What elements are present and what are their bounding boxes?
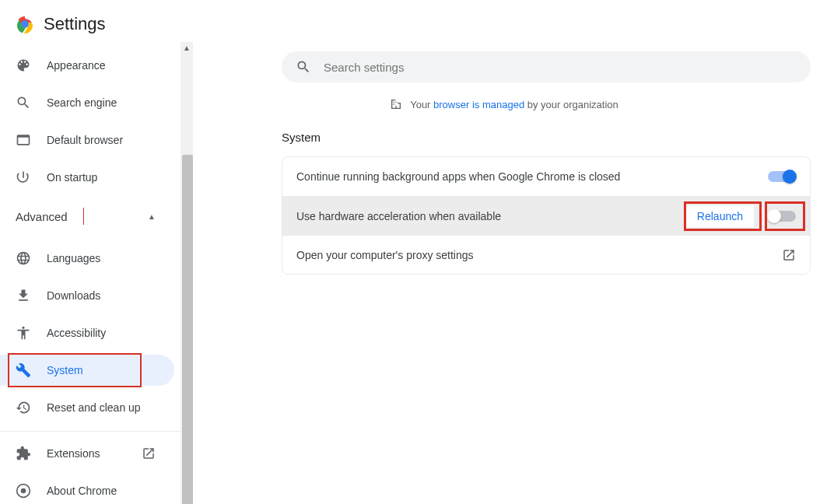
sidebar-item-search-engine[interactable]: Search engine (0, 87, 193, 118)
extension-icon (16, 446, 31, 461)
sidebar-item-system[interactable]: System (0, 355, 174, 386)
accessibility-icon (16, 325, 31, 341)
managed-notice: Your browser is managed by your organiza… (193, 98, 815, 110)
row-proxy-settings[interactable]: Open your computer's proxy settings (282, 235, 810, 274)
sidebar-item-on-startup[interactable]: On startup (0, 162, 193, 193)
row-label: Open your computer's proxy settings (296, 249, 782, 261)
sidebar-item-label: Downloads (47, 289, 177, 302)
row-label: Continue running background apps when Go… (296, 170, 768, 183)
search-icon (296, 59, 311, 75)
globe-icon (16, 250, 31, 266)
browser-icon (16, 132, 31, 148)
row-label: Use hardware acceleration when available (296, 210, 686, 222)
divider (0, 431, 180, 432)
scroll-down-icon[interactable]: ▼ (180, 500, 193, 504)
scroll-up-icon[interactable]: ▲ (180, 42, 193, 54)
separator (83, 208, 84, 225)
sidebar-item-label: Accessibility (47, 327, 177, 339)
sidebar-item-downloads[interactable]: Downloads (0, 280, 193, 311)
download-icon (16, 288, 31, 303)
sidebar: ▲ ▼ Appearance Search engine Default bro… (0, 42, 193, 504)
sidebar-item-reset[interactable]: Reset and clean up (0, 392, 193, 423)
sidebar-item-label: Extensions (47, 447, 126, 460)
svg-point-4 (21, 488, 26, 494)
managed-suffix: by your organization (524, 99, 618, 110)
sidebar-item-extensions[interactable]: Extensions (0, 438, 193, 469)
sidebar-item-accessibility[interactable]: Accessibility (0, 317, 193, 348)
sidebar-item-label: About Chrome (47, 485, 177, 497)
power-icon (16, 170, 31, 185)
palette-icon (16, 58, 31, 73)
section-title: System (282, 131, 815, 144)
search-settings[interactable] (282, 51, 811, 82)
restore-icon (16, 400, 31, 415)
sidebar-item-label: System (47, 364, 159, 376)
chrome-logo-icon (16, 15, 34, 33)
chevron-up-icon: ▲ (148, 212, 156, 221)
sidebar-item-default-browser[interactable]: Default browser (0, 124, 193, 156)
managed-link[interactable]: browser is managed (433, 99, 524, 110)
open-external-icon (782, 248, 796, 262)
sidebar-section-advanced[interactable]: Advanced ▲ (0, 201, 193, 232)
sidebar-scrollbar[interactable]: ▲ ▼ (180, 42, 193, 504)
wrench-icon (16, 362, 31, 378)
sidebar-item-label: Reset and clean up (47, 401, 177, 414)
sidebar-item-languages[interactable]: Languages (0, 243, 193, 274)
sidebar-item-label: Search engine (47, 96, 177, 109)
row-hardware-acceleration: Use hardware acceleration when available… (282, 196, 810, 235)
toggle-hardware-acceleration[interactable] (768, 211, 796, 222)
main-content: Your browser is managed by your organiza… (193, 42, 834, 504)
sidebar-item-about[interactable]: About Chrome (0, 475, 193, 504)
managed-prefix: Your (410, 99, 433, 110)
row-background-apps: Continue running background apps when Go… (282, 157, 810, 196)
building-icon (390, 98, 402, 110)
svg-point-2 (23, 22, 28, 27)
sidebar-item-label: Languages (47, 252, 177, 264)
toggle-background-apps[interactable] (768, 171, 796, 182)
page-title: Settings (44, 14, 106, 34)
sidebar-item-label: Default browser (47, 134, 177, 146)
sidebar-item-label: On startup (47, 171, 177, 184)
advanced-label: Advanced (16, 210, 68, 223)
search-input[interactable] (324, 61, 797, 74)
chrome-icon (16, 483, 31, 499)
relaunch-button[interactable]: Relaunch (686, 205, 754, 227)
search-icon (16, 95, 31, 110)
sidebar-item-appearance[interactable]: Appearance (0, 50, 193, 81)
sidebar-item-label: Appearance (47, 59, 177, 72)
open-external-icon (142, 446, 156, 460)
system-card: Continue running background apps when Go… (282, 156, 811, 275)
